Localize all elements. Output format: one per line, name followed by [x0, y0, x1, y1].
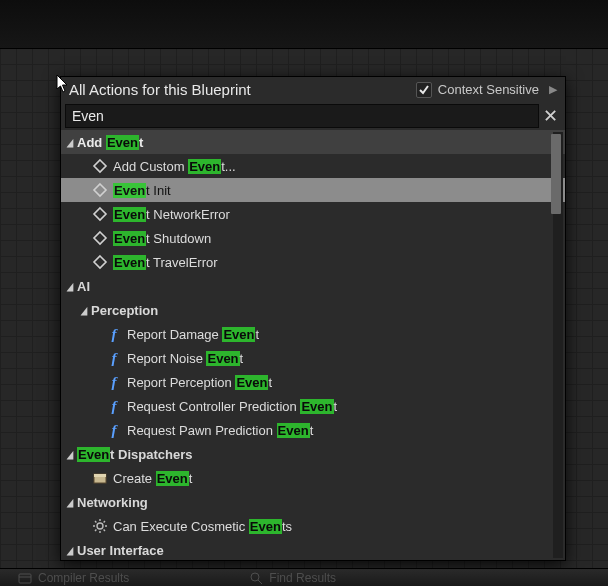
row-label: Event Shutdown	[113, 231, 211, 246]
search-match: Even	[113, 231, 146, 246]
close-icon: ✕	[543, 105, 558, 127]
func-icon: f	[105, 349, 123, 367]
func-icon: f	[105, 373, 123, 391]
search-match: Even	[156, 471, 189, 486]
row-label: Event Init	[113, 183, 171, 198]
action-row[interactable]: fReport Noise Event	[61, 346, 565, 370]
svg-text:f: f	[112, 326, 119, 342]
category-row[interactable]: ◢Event Dispatchers	[61, 442, 565, 466]
disclosure-triangle-icon: ◢	[66, 281, 74, 292]
svg-point-9	[251, 573, 259, 581]
gear-icon	[91, 517, 109, 535]
category-row[interactable]: ◢Add Event	[61, 130, 565, 154]
category-row[interactable]: ◢Perception	[61, 298, 565, 322]
action-row[interactable]: fRequest Controller Prediction Event	[61, 394, 565, 418]
action-row[interactable]: fReport Damage Event	[61, 322, 565, 346]
popup-header: All Actions for this Blueprint Context S…	[61, 77, 565, 104]
row-label: Add Event	[77, 135, 143, 150]
action-row[interactable]: Event Init	[61, 178, 565, 202]
category-row[interactable]: ◢Networking	[61, 490, 565, 514]
func-icon: f	[105, 397, 123, 415]
disclosure-triangle-icon: ◢	[66, 545, 74, 556]
compiler-icon	[18, 571, 32, 585]
action-row[interactable]: fReport Perception Event	[61, 370, 565, 394]
context-sensitive-label: Context Sensitive	[438, 82, 539, 97]
search-match: Even	[206, 351, 239, 366]
search-match: Even	[113, 183, 146, 198]
action-row[interactable]: Can Execute Cosmetic Events	[61, 514, 565, 538]
event-icon	[91, 205, 109, 223]
row-label: User Interface	[77, 543, 164, 558]
find-results-label: Find Results	[269, 571, 336, 585]
row-label: Event NetworkError	[113, 207, 230, 222]
popup-title: All Actions for this Blueprint	[69, 81, 416, 98]
status-bar: Compiler Results Find Results	[0, 568, 608, 586]
svg-rect-6	[94, 474, 106, 477]
row-label: Event Dispatchers	[77, 447, 192, 462]
action-row[interactable]: fRequest Pawn Prediction Event	[61, 418, 565, 442]
search-match: Even	[249, 519, 282, 534]
search-match: Even	[77, 447, 110, 462]
row-label: Request Controller Prediction Event	[127, 399, 337, 414]
checkbox-icon	[416, 82, 432, 98]
category-row[interactable]: ◢User Interface	[61, 538, 565, 560]
find-results-tab[interactable]: Find Results	[249, 571, 336, 585]
row-label: Request Pawn Prediction Event	[127, 423, 313, 438]
action-row[interactable]: Event Shutdown	[61, 226, 565, 250]
compiler-results-label: Compiler Results	[38, 571, 129, 585]
action-row[interactable]: Add Custom Event...	[61, 154, 565, 178]
row-label: AI	[77, 279, 90, 294]
disclosure-triangle-icon: ◢	[66, 137, 74, 148]
search-match: Even	[113, 207, 146, 222]
context-sensitive-toggle[interactable]: Context Sensitive ▶	[416, 82, 557, 98]
search-match: Even	[277, 423, 310, 438]
disclosure-triangle-icon: ◢	[66, 449, 74, 460]
svg-text:f: f	[112, 374, 119, 390]
scrollbar-thumb[interactable]	[551, 134, 561, 214]
action-row[interactable]: Event TravelError	[61, 250, 565, 274]
action-row[interactable]: Event NetworkError	[61, 202, 565, 226]
event-icon	[91, 181, 109, 199]
action-row[interactable]: Create Event	[61, 466, 565, 490]
results-list[interactable]: ◢Add EventAdd Custom Event...Event InitE…	[61, 130, 565, 560]
row-label: Create Event	[113, 471, 192, 486]
row-label: Can Execute Cosmetic Events	[113, 519, 292, 534]
row-label: Event TravelError	[113, 255, 218, 270]
find-icon	[249, 571, 263, 585]
event-icon	[91, 253, 109, 271]
svg-text:f: f	[112, 350, 119, 366]
row-label: Perception	[91, 303, 158, 318]
row-label: Report Noise Event	[127, 351, 243, 366]
svg-text:f: f	[112, 422, 119, 438]
compiler-results-tab[interactable]: Compiler Results	[18, 571, 129, 585]
dispatch-icon	[91, 469, 109, 487]
svg-rect-8	[19, 574, 31, 583]
disclosure-triangle-icon: ◢	[66, 497, 74, 508]
search-input[interactable]	[65, 104, 539, 128]
disclosure-triangle-icon: ◢	[80, 305, 88, 316]
category-row[interactable]: ◢AI	[61, 274, 565, 298]
event-icon	[91, 229, 109, 247]
scrollbar-track[interactable]	[553, 132, 563, 558]
row-label: Report Perception Event	[127, 375, 272, 390]
row-label: Report Damage Event	[127, 327, 259, 342]
search-match: Even	[106, 135, 139, 150]
search-match: Even	[188, 159, 221, 174]
svg-text:f: f	[112, 398, 119, 414]
func-icon: f	[105, 325, 123, 343]
search-match: Even	[300, 399, 333, 414]
event-icon	[91, 157, 109, 175]
svg-point-7	[97, 523, 103, 529]
search-match: Even	[113, 255, 146, 270]
func-icon: f	[105, 421, 123, 439]
chevron-right-icon: ▶	[549, 83, 557, 96]
search-row: ✕	[65, 104, 561, 128]
row-label: Networking	[77, 495, 148, 510]
search-match: Even	[235, 375, 268, 390]
search-match: Even	[222, 327, 255, 342]
clear-search-button[interactable]: ✕	[539, 104, 561, 128]
row-label: Add Custom Event...	[113, 159, 236, 174]
action-menu-popup: All Actions for this Blueprint Context S…	[60, 76, 566, 561]
